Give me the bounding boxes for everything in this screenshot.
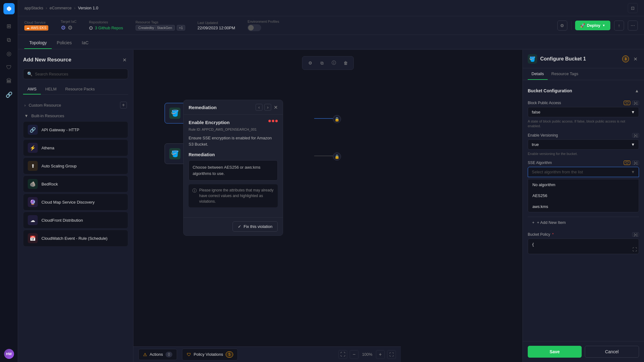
remediation-next-button[interactable]: › <box>264 104 271 111</box>
user-avatar[interactable]: HW <box>4 349 14 359</box>
more-button[interactable]: ⋯ <box>628 21 638 31</box>
tab-policies[interactable]: Policies <box>52 37 77 49</box>
panel-title: Add New Resource <box>23 57 71 63</box>
block-public-access-select[interactable]: false ▼ <box>528 107 639 117</box>
nav-link-icon[interactable]: 🔗 <box>3 89 15 100</box>
last-updated-group: Last Updated 22/09/2023 12:00PM <box>198 21 235 30</box>
resource-item-bedrock[interactable]: 🪨 BedRock <box>23 176 128 192</box>
remediation-text: Choose between AES256 or aws:kms algorit… <box>189 160 278 181</box>
nav-shield-icon[interactable]: 🛡 <box>3 62 15 73</box>
bucket-policy-group: Bucket Policy * [x] { ⛶ <box>528 232 639 254</box>
actions-count: 0 <box>166 352 173 357</box>
right-tab-resource-tags[interactable]: Resource Tags <box>548 68 582 80</box>
x-badge-2[interactable]: [x] <box>632 133 639 138</box>
sse-algorithm-select[interactable]: Select algorithm from the list ▼ <box>528 167 639 177</box>
configure-panel-close-button[interactable]: ✕ <box>632 55 639 63</box>
env-profiles-label: Environment Profiles <box>248 20 279 23</box>
search-input[interactable] <box>35 72 124 76</box>
target-iac-value: ⚙ ⚙ <box>61 24 77 31</box>
save-button[interactable]: Save <box>528 346 582 358</box>
remediation-header: Remediation ‹ › ✕ <box>184 100 283 115</box>
remediation-prev-button[interactable]: ‹ <box>256 104 262 111</box>
env-toggle[interactable] <box>248 24 261 31</box>
sub-tab-aws[interactable]: AWS <box>23 84 41 94</box>
infobar: Cloud Service ☁ AWS EKS Target IaC ⚙ ⚙ R… <box>18 16 644 35</box>
resource-item-cloudfront[interactable]: ☁ CloudFront Distribution <box>23 212 128 229</box>
close-panel-button[interactable]: ✕ <box>121 56 128 64</box>
target-iac-label: Target IaC <box>61 20 77 23</box>
enable-versioning-hint: Enable versioning for the bucket. <box>528 152 639 156</box>
block-public-access-label: Block Public Access 🛡 [x] <box>528 101 639 105</box>
resource-name-bedrock: BedRock <box>41 182 58 186</box>
expand-policy-button[interactable]: ⛶ <box>632 247 637 252</box>
remediation-rule-title: Enable Encryption <box>189 120 230 125</box>
cancel-button[interactable]: Cancel <box>585 346 639 358</box>
zoom-in-button[interactable]: + <box>376 350 385 359</box>
actions-label: Actions <box>150 352 163 357</box>
sub-tab-resource-packs[interactable]: Resource Packs <box>61 84 99 94</box>
dropdown-item-aes256[interactable]: AES256 <box>528 190 639 201</box>
share-button[interactable]: ↑ <box>614 21 624 31</box>
repos-count[interactable]: 3 Github Repos <box>95 26 123 30</box>
canvas-tool-info[interactable]: ⓘ <box>329 58 339 68</box>
dropdown-item-awskms[interactable]: aws:kms <box>528 201 639 212</box>
nav-home-icon[interactable]: ⊞ <box>3 21 15 32</box>
right-tab-details[interactable]: Details <box>528 68 548 80</box>
enable-versioning-select[interactable]: true ▼ <box>528 139 639 150</box>
resource-name-athena: Athena <box>41 146 54 150</box>
resource-item-cloudwatch[interactable]: 📅 CloudWatch Event - Rule (Schedule) <box>23 230 128 247</box>
actions-icon: ⚠ <box>143 352 147 357</box>
canvas-tool-settings[interactable]: ⚙ <box>305 58 315 68</box>
fix-violation-button[interactable]: ✓ Fix this violation <box>233 221 278 232</box>
tab-iac[interactable]: IaC <box>77 37 94 49</box>
canvas-tool-copy[interactable]: ⧉ <box>317 58 327 68</box>
breadcrumb-appstacks[interactable]: appStacks <box>24 6 43 10</box>
tab-topology[interactable]: Topology <box>24 37 52 49</box>
cloud-service-label: Cloud Service <box>24 21 48 24</box>
deploy-button[interactable]: 🚀 Deploy ▼ <box>575 21 610 30</box>
resource-name-cloudfront: CloudFront Distribution <box>41 218 83 223</box>
repos-label: Repositories <box>89 20 123 24</box>
topbar-icon-btn[interactable]: ⊡ <box>628 3 638 13</box>
add-new-item-button[interactable]: + + Add New Item <box>528 217 639 228</box>
icon-sidebar: ⊞ ⧉ ◎ 🛡 🏛 🔗 HW <box>0 0 18 362</box>
resource-tags-group: Resource Tags Createdby : StackGen +1 <box>136 20 185 31</box>
content-area: Add New Resource ✕ 🔍 AWS HELM Resource P… <box>18 50 644 362</box>
fullscreen-button[interactable]: ⛶ <box>387 350 396 359</box>
add-custom-resource-button[interactable]: + <box>120 102 127 109</box>
x-badge-policy[interactable]: [x] <box>632 232 639 237</box>
builtin-resource-section[interactable]: ▼ Built-in Resources <box>23 112 128 120</box>
dropdown-item-no-algorithm[interactable]: No algorithm <box>528 179 639 190</box>
breadcrumb-ecommerce[interactable]: eCommerce <box>50 6 72 10</box>
x-badge-3[interactable]: [x] <box>632 161 639 165</box>
remediation-body: Enable Encryption Rule ID: APPCD_AWS_OPE… <box>184 115 283 217</box>
remediation-close-button[interactable]: ✕ <box>274 104 278 110</box>
canvas-tool-delete[interactable]: 🗑 <box>341 58 350 68</box>
nav-layers-icon[interactable]: ⧉ <box>3 34 15 46</box>
sub-tab-helm[interactable]: HELM <box>41 84 61 94</box>
policy-shield-icon: 🛡 <box>187 352 191 357</box>
resource-item-auto-scaling[interactable]: ⬆ Auto Scaling Group <box>23 157 128 174</box>
env-profiles-group: Environment Profiles <box>248 20 279 31</box>
repos-group: Repositories ⊙ 3 Github Repos <box>89 20 123 31</box>
tabbar: Topology Policies IaC <box>18 35 644 49</box>
configure-panel-header: 🪣 Configure Bucket 1 3 ✕ <box>523 50 644 68</box>
nav-circle-icon[interactable]: ◎ <box>3 48 15 59</box>
zoom-out-button[interactable]: − <box>350 350 358 359</box>
resource-item-athena[interactable]: ⚡ Athena <box>23 139 128 156</box>
custom-resource-section[interactable]: › Custom Resource + <box>23 100 128 110</box>
bucket-policy-editor[interactable]: { ⛶ <box>528 239 639 254</box>
sub-tabs: AWS HELM Resource Packs <box>23 84 128 95</box>
resource-item-cloud-map[interactable]: 🔮 Cloud Map Service Discovery <box>23 194 128 210</box>
collapse-button[interactable]: ▲ <box>635 88 639 93</box>
resource-item-api-gateway[interactable]: 🔗 API Gateway - HTTP <box>23 121 128 138</box>
x-badge-1[interactable]: [x] <box>632 101 639 105</box>
fit-screen-button[interactable]: ⛶ <box>339 350 347 359</box>
toggle-knob <box>248 25 254 31</box>
gear-button[interactable]: ⚙ <box>557 21 567 31</box>
block-public-access-group: Block Public Access 🛡 [x] false ▼ A stat… <box>528 101 639 129</box>
tag-badge[interactable]: Createdby : StackGen <box>136 25 175 31</box>
nav-bank-icon[interactable]: 🏛 <box>3 75 15 87</box>
plus-badge[interactable]: +1 <box>177 25 185 31</box>
canvas-area[interactable]: ⚙ ⧉ ⓘ 🗑 🪣 Bucket 1 AWS S3 Bucket <box>133 50 522 362</box>
